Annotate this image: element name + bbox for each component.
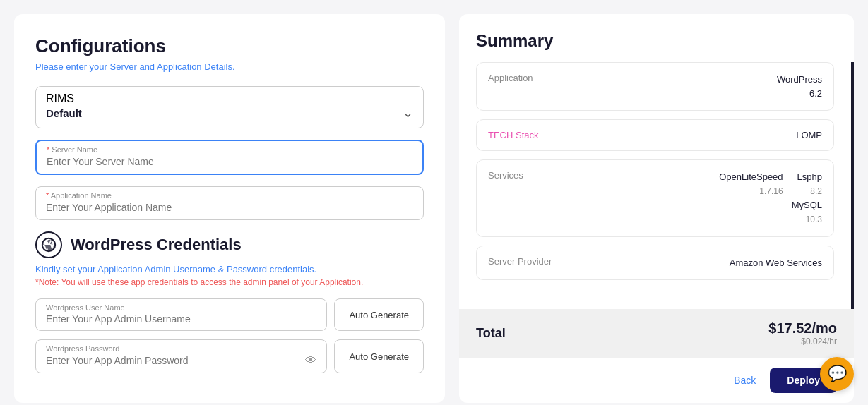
application-label: Application xyxy=(488,73,533,83)
services-card: Services OpenLiteSpeed 1.7.16 Lsphp 8.2 xyxy=(476,159,834,237)
password-row: Wordpress Password 👁︎ Auto Generate xyxy=(35,339,424,373)
application-value-line2: 6.2 xyxy=(777,87,822,101)
page-title: Configurations xyxy=(35,35,424,57)
service-lsphp: Lsphp 8.2 xyxy=(797,170,822,198)
service-openlitespeed: OpenLiteSpeed 1.7.16 xyxy=(719,170,783,198)
application-value: WordPress 6.2 xyxy=(777,73,822,100)
tech-stack-value: LOMP xyxy=(796,130,822,140)
summary-title: Summary xyxy=(476,31,837,51)
chat-button[interactable]: 💬 xyxy=(820,357,854,391)
services-bottom-row: MySQL 10.3 xyxy=(719,198,822,226)
tech-stack-label: TECH Stack xyxy=(488,130,539,140)
wp-header: WordPress Credentials xyxy=(35,231,424,258)
total-label: Total xyxy=(476,326,506,341)
service-openlitespeed-name: OpenLiteSpeed xyxy=(719,170,783,185)
wp-credentials-title: WordPress Credentials xyxy=(71,236,242,254)
username-auto-generate-button[interactable]: Auto Generate xyxy=(334,298,424,331)
total-section: Total $17.52/mo $0.024/hr xyxy=(459,309,854,358)
service-lsphp-name: Lsphp xyxy=(797,170,822,185)
total-price-block: $17.52/mo $0.024/hr xyxy=(768,320,837,346)
service-mysql-version: 10.3 xyxy=(792,213,822,226)
chat-icon: 💬 xyxy=(828,365,847,383)
service-lsphp-version: 8.2 xyxy=(797,185,822,198)
server-provider-label: Server Provider xyxy=(488,256,552,267)
summary-panel: Summary Application WordPress 6.2 TECH S… xyxy=(459,14,854,403)
password-auto-generate-button[interactable]: Auto Generate xyxy=(334,339,424,373)
services-top-row: OpenLiteSpeed 1.7.16 Lsphp 8.2 xyxy=(719,170,822,198)
username-input-wrapper: Wordpress User Name xyxy=(35,298,327,331)
server-provider-value: Amazon Web Services xyxy=(730,256,822,270)
username-input[interactable] xyxy=(46,313,316,325)
server-name-wrapper: * Server Name xyxy=(35,140,424,175)
username-row: Wordpress User Name Auto Generate xyxy=(35,298,424,331)
password-label: Wordpress Password xyxy=(46,344,316,353)
chevron-down-icon: ⌄ xyxy=(403,105,413,121)
services-values: OpenLiteSpeed 1.7.16 Lsphp 8.2 MySQL 10.… xyxy=(719,170,822,226)
password-visibility-toggle-icon[interactable]: 👁︎ xyxy=(305,354,316,367)
required-star: * xyxy=(47,145,49,154)
rims-value: Default xyxy=(46,107,82,119)
summary-actions: Back Deploy xyxy=(459,358,854,403)
application-name-input[interactable] xyxy=(46,202,413,213)
configurations-panel: Configurations Please enter your Server … xyxy=(14,14,445,403)
server-provider-card: Server Provider Amazon Web Services xyxy=(476,246,834,281)
username-label: Wordpress User Name xyxy=(46,303,316,312)
wp-info-text: Kindly set your Application Admin Userna… xyxy=(35,264,424,274)
rims-label: RIMS xyxy=(46,92,413,105)
password-input-wrapper: Wordpress Password 👁︎ xyxy=(35,339,327,373)
tech-stack-card: TECH Stack LOMP xyxy=(476,119,834,151)
service-mysql: MySQL 10.3 xyxy=(792,198,822,226)
password-input[interactable] xyxy=(46,355,305,366)
application-card: Application WordPress 6.2 xyxy=(476,62,834,111)
wordpress-credentials-section: WordPress Credentials Kindly set your Ap… xyxy=(35,231,424,373)
application-name-wrapper: * Application Name xyxy=(35,186,424,220)
rims-field-group: RIMS Default ⌄ xyxy=(35,86,424,128)
server-name-label: * Server Name xyxy=(47,145,412,154)
application-name-label: * Application Name xyxy=(46,191,413,200)
summary-header: Summary xyxy=(459,14,854,62)
application-value-line1: WordPress xyxy=(777,73,822,87)
service-mysql-name: MySQL xyxy=(792,198,822,213)
price-per-hour: $0.024/hr xyxy=(768,337,837,346)
back-button[interactable]: Back xyxy=(734,375,756,386)
price-per-month: $17.52/mo xyxy=(768,320,837,337)
server-name-input[interactable] xyxy=(47,156,412,167)
wp-note-text: *Note: You will use these app credential… xyxy=(35,277,424,287)
services-label: Services xyxy=(488,170,523,181)
wordpress-logo xyxy=(35,231,62,258)
rims-dropdown[interactable]: RIMS Default ⌄ xyxy=(35,86,424,128)
service-openlitespeed-version: 1.7.16 xyxy=(719,185,783,198)
summary-scroll-area[interactable]: Application WordPress 6.2 TECH Stack LOM… xyxy=(459,62,854,309)
page-subtitle: Please enter your Server and Application… xyxy=(35,61,424,72)
required-star-app: * xyxy=(46,191,49,200)
